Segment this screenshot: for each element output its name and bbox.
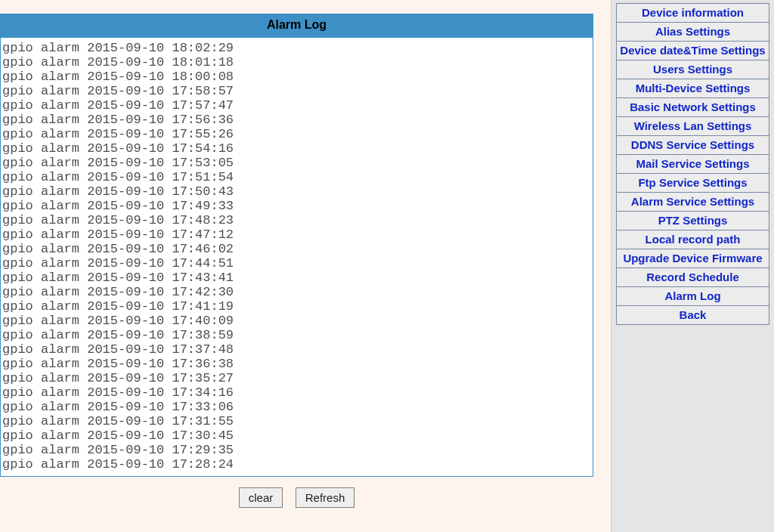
- log-entry: gpio alarm 2015-09-10 18:01:18: [2, 55, 591, 70]
- log-entry: gpio alarm 2015-09-10 17:49:33: [2, 199, 591, 213]
- sidebar-item[interactable]: Device information: [617, 4, 769, 23]
- log-entry: gpio alarm 2015-09-10 17:48:23: [2, 213, 591, 227]
- sidebar-item[interactable]: Mail Service Settings: [617, 155, 769, 174]
- sidebar-item[interactable]: Record Schedule: [617, 268, 769, 287]
- log-entry: gpio alarm 2015-09-10 17:47:12: [2, 227, 591, 242]
- sidebar-item[interactable]: PTZ Settings: [617, 212, 769, 230]
- log-entry: gpio alarm 2015-09-10 17:41:19: [2, 299, 591, 314]
- refresh-button[interactable]: Refresh: [296, 487, 355, 508]
- log-entry: gpio alarm 2015-09-10 17:43:41: [2, 271, 591, 285]
- log-entry: gpio alarm 2015-09-10 17:55:26: [2, 127, 591, 141]
- log-entry: gpio alarm 2015-09-10 17:38:59: [2, 328, 591, 342]
- log-entry: gpio alarm 2015-09-10 17:44:51: [2, 256, 591, 271]
- sidebar-item[interactable]: Wireless Lan Settings: [617, 117, 769, 136]
- log-entry: gpio alarm 2015-09-10 17:33:06: [2, 400, 591, 414]
- sidebar-item[interactable]: Alias Settings: [617, 23, 769, 42]
- alarm-log-scrollbox[interactable]: gpio alarm 2015-09-10 18:02:29gpio alarm…: [0, 37, 593, 477]
- sidebar-item[interactable]: Basic Network Settings: [617, 98, 769, 117]
- sidebar-item[interactable]: Device date&Time Settings: [617, 42, 769, 60]
- log-entry: gpio alarm 2015-09-10 17:35:27: [2, 371, 591, 385]
- log-entry: gpio alarm 2015-09-10 17:56:36: [2, 113, 591, 127]
- sidebar-item[interactable]: Users Settings: [617, 60, 769, 79]
- sidebar-menu: Device informationAlias SettingsDevice d…: [616, 3, 769, 325]
- alarm-log-panel: Alarm Log gpio alarm 2015-09-10 18:02:29…: [0, 14, 593, 508]
- clear-button[interactable]: clear: [239, 487, 283, 508]
- log-entry: gpio alarm 2015-09-10 17:30:45: [2, 428, 591, 443]
- sidebar-item[interactable]: Alarm Log: [617, 287, 769, 306]
- log-entry: gpio alarm 2015-09-10 17:28:24: [2, 457, 591, 472]
- log-entry: gpio alarm 2015-09-10 18:00:08: [2, 70, 591, 84]
- log-entry: gpio alarm 2015-09-10 17:50:43: [2, 184, 591, 199]
- log-entry: gpio alarm 2015-09-10 17:37:48: [2, 342, 591, 357]
- log-entry: gpio alarm 2015-09-10 17:46:02: [2, 242, 591, 256]
- log-entry: gpio alarm 2015-09-10 17:57:47: [2, 98, 591, 113]
- sidebar-item[interactable]: Alarm Service Settings: [617, 193, 769, 212]
- log-entry: gpio alarm 2015-09-10 17:51:54: [2, 170, 591, 184]
- sidebar-item[interactable]: Multi-Device Settings: [617, 79, 769, 98]
- log-entry: gpio alarm 2015-09-10 18:02:29: [2, 41, 591, 55]
- log-entry: gpio alarm 2015-09-10 17:40:09: [2, 314, 591, 328]
- sidebar-item[interactable]: Upgrade Device Firmware: [617, 249, 769, 268]
- log-entry: gpio alarm 2015-09-10 17:34:16: [2, 385, 591, 400]
- log-entry: gpio alarm 2015-09-10 17:29:35: [2, 443, 591, 457]
- sidebar: Device informationAlias SettingsDevice d…: [611, 0, 774, 532]
- panel-title: Alarm Log: [0, 14, 593, 37]
- log-entry: gpio alarm 2015-09-10 17:42:30: [2, 285, 591, 299]
- log-entry: gpio alarm 2015-09-10 17:58:57: [2, 84, 591, 98]
- log-entry: gpio alarm 2015-09-10 17:53:05: [2, 156, 591, 170]
- log-entry: gpio alarm 2015-09-10 17:31:55: [2, 414, 591, 428]
- log-entry: gpio alarm 2015-09-10 17:54:16: [2, 141, 591, 156]
- sidebar-item[interactable]: DDNS Service Settings: [617, 136, 769, 155]
- sidebar-item[interactable]: Ftp Service Settings: [617, 174, 769, 193]
- sidebar-item[interactable]: Local record path: [617, 230, 769, 249]
- main-content: Alarm Log gpio alarm 2015-09-10 18:02:29…: [0, 0, 611, 532]
- sidebar-item[interactable]: Back: [617, 306, 769, 325]
- log-entry: gpio alarm 2015-09-10 17:36:38: [2, 357, 591, 371]
- button-row: clear Refresh: [0, 487, 593, 508]
